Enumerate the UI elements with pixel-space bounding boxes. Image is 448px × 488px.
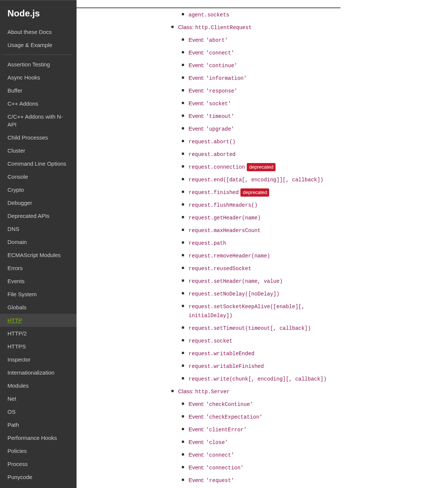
toc-link[interactable]: request.setTimeout(timeout[, callback]) bbox=[189, 325, 311, 331]
toc-link-code: 'close' bbox=[206, 439, 228, 445]
toc-link[interactable]: Event: 'continue' bbox=[189, 62, 237, 68]
sidebar-item[interactable]: About these Docs bbox=[0, 25, 77, 38]
toc-link-code: 'continue' bbox=[206, 63, 237, 69]
toc-link[interactable]: request.maxHeadersCount bbox=[189, 227, 261, 233]
sidebar-item[interactable]: Deprecated APIs bbox=[0, 209, 77, 222]
sidebar-item[interactable]: Net bbox=[0, 392, 77, 405]
sidebar-item[interactable]: Cluster bbox=[0, 144, 77, 157]
toc-link-prefix: Event: bbox=[189, 439, 206, 445]
toc-link-code: 'clientError' bbox=[206, 427, 247, 433]
sidebar-item[interactable]: HTTPS bbox=[0, 340, 77, 353]
toc-link[interactable]: request.reusedSocket bbox=[189, 265, 251, 271]
sidebar-item[interactable]: Performance Hooks bbox=[0, 431, 77, 444]
toc-link-prefix: Event: bbox=[189, 464, 206, 470]
sidebar-item[interactable]: C/C++ Addons with N-API bbox=[0, 110, 77, 131]
toc-link[interactable]: Class: http.ClientRequest bbox=[178, 24, 252, 30]
toc-link[interactable]: request.flushHeaders() bbox=[189, 201, 258, 208]
toc-link[interactable]: request.aborted bbox=[189, 151, 236, 157]
toc-link[interactable]: request.setNoDelay([noDelay]) bbox=[189, 290, 280, 297]
toc-link[interactable]: request.setSocketKeepAlive([enable][, in… bbox=[189, 303, 305, 318]
toc-link[interactable]: Event: 'timeout' bbox=[189, 113, 234, 119]
toc-link-code: request.maxHeadersCount bbox=[189, 228, 261, 234]
toc-link[interactable]: request.path bbox=[189, 240, 226, 246]
toc-item: request.writableFinished bbox=[189, 360, 340, 372]
sidebar-item[interactable]: Inspector bbox=[0, 353, 77, 366]
sidebar-item[interactable]: Globals bbox=[0, 301, 77, 314]
sidebar-item[interactable]: ECMAScript Modules bbox=[0, 248, 77, 262]
toc-link[interactable]: Event: 'information' bbox=[189, 75, 247, 81]
toc-link-code: 'response' bbox=[206, 88, 237, 94]
toc-link[interactable]: Event: 'abort' bbox=[189, 37, 228, 43]
toc-item: agent.sockets bbox=[189, 8, 340, 21]
sidebar-item[interactable]: Domain bbox=[0, 235, 77, 248]
toc-link[interactable]: request.finished bbox=[189, 189, 239, 195]
toc-link[interactable]: Event: 'checkContinue' bbox=[189, 401, 253, 407]
toc-link[interactable]: Event: 'close' bbox=[189, 439, 228, 445]
toc-link[interactable]: request.removeHeader(name) bbox=[189, 252, 270, 259]
toc-item: Event: 'connection' bbox=[189, 461, 340, 474]
toc-link[interactable]: Event: 'connection' bbox=[189, 464, 244, 470]
toc-link[interactable]: Event: 'clientError' bbox=[189, 426, 247, 432]
sidebar-item[interactable]: File System bbox=[0, 288, 77, 301]
toc-link[interactable]: Event: 'connect' bbox=[189, 451, 234, 458]
sidebar-item[interactable]: Punycode bbox=[0, 470, 77, 484]
toc-link-code: request.finished bbox=[189, 190, 239, 195]
sidebar-item[interactable]: OS bbox=[0, 405, 77, 418]
sidebar-item[interactable]: Console bbox=[0, 170, 77, 183]
toc-item: Event: 'clientError' bbox=[189, 423, 340, 436]
table-of-contents: agent.socketsClass: http.ClientRequestEv… bbox=[77, 8, 340, 487]
toc-item: request.connectiondeprecated bbox=[189, 160, 340, 173]
sidebar-item[interactable]: Process bbox=[0, 457, 77, 470]
toc-link[interactable]: Event: 'socket' bbox=[189, 100, 231, 106]
toc-link-code: 'abort' bbox=[206, 37, 228, 43]
toc-link[interactable]: Event: 'checkExpectation' bbox=[189, 413, 262, 420]
toc-link[interactable]: request.socket bbox=[189, 337, 233, 344]
toc-link[interactable]: request.setHeader(name, value) bbox=[189, 278, 283, 284]
sidebar-item[interactable]: DNS bbox=[0, 222, 77, 235]
toc-link[interactable]: Class: http.Server bbox=[178, 388, 230, 394]
toc-link-code: request.connection bbox=[189, 164, 245, 170]
sidebar-item[interactable]: Command Line Options bbox=[0, 157, 77, 170]
toc-item: Event: 'information' bbox=[189, 72, 340, 84]
sidebar-item[interactable]: Path bbox=[0, 418, 77, 431]
deprecated-badge: deprecated bbox=[240, 188, 269, 197]
toc-link[interactable]: Event: 'connect' bbox=[189, 49, 234, 56]
sidebar-item[interactable]: C++ Addons bbox=[0, 97, 77, 110]
toc-link[interactable]: request.getHeader(name) bbox=[189, 214, 261, 220]
sidebar-item[interactable]: Crypto bbox=[0, 183, 77, 196]
toc-link-prefix: Event: bbox=[189, 401, 206, 407]
toc-link-code: 'information' bbox=[206, 75, 247, 81]
toc-item: Event: 'connect' bbox=[189, 46, 340, 59]
toc-link[interactable]: agent.sockets bbox=[189, 11, 229, 18]
toc-link[interactable]: request.write(chunk[, encoding][, callba… bbox=[189, 375, 327, 382]
sidebar-item[interactable]: Modules bbox=[0, 379, 77, 392]
toc-link[interactable]: Event: 'request' bbox=[189, 477, 234, 483]
toc-item: request.removeHeader(name) bbox=[189, 249, 340, 262]
sidebar-item[interactable]: Usage & Example bbox=[0, 38, 77, 51]
toc-item: request.writableEnded bbox=[189, 347, 340, 360]
toc-link-code: request.setSocketKeepAlive([enable][, in… bbox=[189, 304, 305, 319]
toc-link[interactable]: request.connection bbox=[189, 163, 245, 170]
sidebar-item[interactable]: Events bbox=[0, 275, 77, 288]
sidebar-item[interactable]: HTTP bbox=[0, 314, 77, 327]
toc-link[interactable]: request.end([data[, encoding]][, callbac… bbox=[189, 176, 323, 182]
toc-link[interactable]: Event: 'upgrade' bbox=[189, 125, 234, 132]
sidebar-item[interactable]: Async Hooks bbox=[0, 71, 77, 84]
sidebar-item[interactable]: Internationalization bbox=[0, 366, 77, 379]
toc-link-code: request.end([data[, encoding]][, callbac… bbox=[189, 177, 323, 183]
toc-link-prefix: Class: bbox=[178, 24, 195, 30]
toc-link[interactable]: request.writableFinished bbox=[189, 363, 264, 369]
sidebar-item[interactable]: Child Processes bbox=[0, 131, 77, 144]
toc-link[interactable]: request.abort() bbox=[189, 138, 236, 144]
sidebar-item[interactable]: HTTP/2 bbox=[0, 327, 77, 340]
toc-section: Class: http.ClientRequest bbox=[178, 21, 340, 34]
sidebar-item[interactable]: Errors bbox=[0, 262, 77, 275]
sidebar-item[interactable]: Assertion Testing bbox=[0, 58, 77, 71]
toc-section: Class: http.Server bbox=[178, 385, 340, 398]
sidebar-item[interactable]: Query Strings bbox=[0, 484, 77, 488]
sidebar-item[interactable]: Policies bbox=[0, 444, 77, 457]
sidebar-item[interactable]: Buffer bbox=[0, 84, 77, 97]
toc-link[interactable]: Event: 'response' bbox=[189, 87, 237, 94]
sidebar-item[interactable]: Debugger bbox=[0, 196, 77, 209]
toc-link[interactable]: request.writableEnded bbox=[189, 350, 254, 356]
